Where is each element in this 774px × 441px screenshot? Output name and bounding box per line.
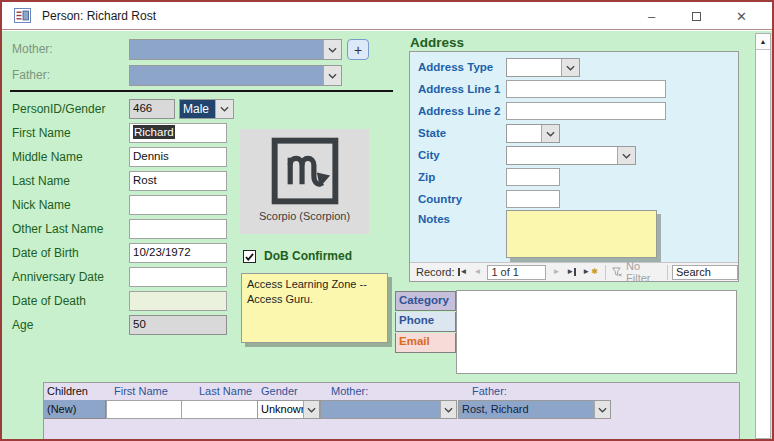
- zodiac-image: Scorpio (Scorpion): [240, 129, 369, 234]
- chevron-down-icon[interactable]: [561, 59, 579, 76]
- date-of-birth-field[interactable]: 10/23/1972: [129, 243, 227, 263]
- country-field[interactable]: [506, 190, 560, 208]
- child-mother-combobox[interactable]: [320, 400, 457, 419]
- tab-category[interactable]: Category: [395, 291, 456, 311]
- check-icon: [245, 253, 254, 261]
- sticky-note-line2: Access Guru.: [247, 292, 382, 307]
- address-type-label: Address Type: [418, 61, 493, 73]
- next-record-icon: ►: [552, 268, 560, 276]
- previous-record-icon: ◄: [473, 268, 481, 276]
- anniversary-date-field[interactable]: [129, 267, 227, 287]
- form-body: Mother: + Father: PersonID/Gender 466 Ma…: [2, 31, 772, 439]
- close-button[interactable]: ✕: [719, 2, 764, 30]
- children-col-last-name: Last Name: [199, 385, 252, 397]
- minimize-button[interactable]: –: [629, 2, 674, 30]
- selected-text: Richard: [133, 125, 175, 139]
- child-first-name-field[interactable]: [106, 400, 182, 419]
- tab-phone[interactable]: Phone: [395, 312, 456, 332]
- children-subform: Children First Name Last Name Gender Mot…: [43, 382, 740, 439]
- personid-field: 466: [129, 99, 175, 119]
- maximize-button[interactable]: [674, 2, 719, 30]
- plus-icon: +: [354, 42, 362, 58]
- row-selector[interactable]: (New): [44, 400, 106, 419]
- chevron-down-icon[interactable]: [440, 401, 456, 418]
- address-line2-field[interactable]: [506, 102, 666, 120]
- first-name-label: First Name: [12, 126, 71, 140]
- child-father-combobox[interactable]: Rost, Richard: [458, 400, 611, 419]
- chevron-down-icon[interactable]: [303, 401, 319, 418]
- mother-combobox[interactable]: [129, 39, 342, 60]
- city-label: City: [418, 149, 440, 161]
- close-icon: ✕: [736, 9, 747, 24]
- access-form-window: Person: Richard Rost – ✕ Mother: + Fathe…: [0, 0, 774, 441]
- dob-confirmed-checkbox[interactable]: [243, 250, 256, 263]
- maximize-icon: [692, 12, 701, 21]
- address-subform: Address Type Address Line 1 Address Line…: [409, 51, 739, 282]
- contacts-listbox[interactable]: [456, 290, 737, 374]
- chevron-down-icon[interactable]: [617, 147, 635, 164]
- state-label: State: [418, 127, 446, 139]
- address-line1-field[interactable]: [506, 80, 666, 98]
- last-record-button[interactable]: ►: [566, 268, 576, 276]
- first-record-icon: ◄: [460, 268, 468, 276]
- address-header: Address: [410, 35, 464, 50]
- vertical-scrollbar[interactable]: ▲: [755, 33, 771, 439]
- nick-name-label: Nick Name: [12, 198, 71, 212]
- personid-gender-label: PersonID/Gender: [12, 102, 105, 116]
- no-filter-label: No Filter: [626, 260, 659, 284]
- new-record-star-icon: ✱: [591, 268, 598, 276]
- country-label: Country: [418, 193, 462, 205]
- first-name-field[interactable]: Richard: [129, 123, 227, 143]
- dob-confirmed-label: DoB Confirmed: [264, 249, 352, 263]
- record-position[interactable]: 1 of 1: [487, 265, 546, 280]
- father-label: Father:: [12, 68, 50, 82]
- zodiac-caption: Scorpio (Scorpion): [259, 210, 350, 222]
- other-last-name-field[interactable]: [129, 219, 227, 239]
- zip-label: Zip: [418, 171, 435, 183]
- notes-field[interactable]: [506, 210, 657, 258]
- address-line1-label: Address Line 1: [418, 83, 500, 95]
- city-combobox[interactable]: [506, 146, 636, 165]
- last-name-label: Last Name: [12, 174, 70, 188]
- scroll-up-button[interactable]: ▲: [756, 34, 770, 50]
- chevron-down-icon[interactable]: [323, 66, 341, 85]
- nick-name-field[interactable]: [129, 195, 227, 215]
- first-record-button[interactable]: ◄: [458, 268, 468, 276]
- last-record-icon: ►: [566, 268, 574, 276]
- address-type-combobox[interactable]: [506, 58, 580, 77]
- sticky-note: Access Learning Zone -- Access Guru.: [241, 273, 388, 343]
- chevron-down-icon[interactable]: [594, 401, 610, 418]
- father-combobox[interactable]: [129, 65, 342, 86]
- minimize-icon: –: [648, 9, 655, 24]
- notes-label: Notes: [418, 213, 450, 225]
- last-name-field[interactable]: Rost: [129, 171, 227, 191]
- children-title: Children: [47, 385, 88, 397]
- scorpio-icon: [268, 134, 342, 208]
- other-last-name-label: Other Last Name: [12, 222, 103, 236]
- address-line2-label: Address Line 2: [418, 105, 500, 117]
- children-col-father: Father:: [472, 385, 507, 397]
- tab-email[interactable]: Email: [395, 333, 456, 353]
- zip-field[interactable]: [506, 168, 560, 186]
- new-record-icon: ►: [582, 268, 590, 276]
- chevron-down-icon[interactable]: [323, 40, 341, 59]
- date-of-death-field[interactable]: [129, 291, 227, 311]
- children-col-mother: Mother:: [331, 385, 368, 397]
- sticky-note-line1: Access Learning Zone --: [247, 277, 382, 292]
- date-of-death-label: Date of Death: [12, 294, 86, 308]
- search-input[interactable]: [672, 265, 738, 280]
- chevron-down-icon[interactable]: [541, 125, 559, 142]
- next-record-button[interactable]: ►: [552, 268, 560, 276]
- middle-name-field[interactable]: Dennis: [129, 147, 227, 167]
- divider: [10, 90, 393, 92]
- state-combobox[interactable]: [506, 124, 560, 143]
- previous-record-button[interactable]: ◄: [473, 268, 481, 276]
- up-arrow-icon: ▲: [760, 38, 767, 45]
- chevron-down-icon[interactable]: [215, 100, 233, 118]
- filter-icon: [612, 266, 622, 278]
- gender-combobox[interactable]: Male: [179, 99, 234, 119]
- new-record-button[interactable]: ►✱: [582, 268, 598, 276]
- add-person-button[interactable]: +: [347, 39, 369, 60]
- child-gender-combobox[interactable]: Unknown: [257, 400, 320, 419]
- child-last-name-field[interactable]: [181, 400, 258, 419]
